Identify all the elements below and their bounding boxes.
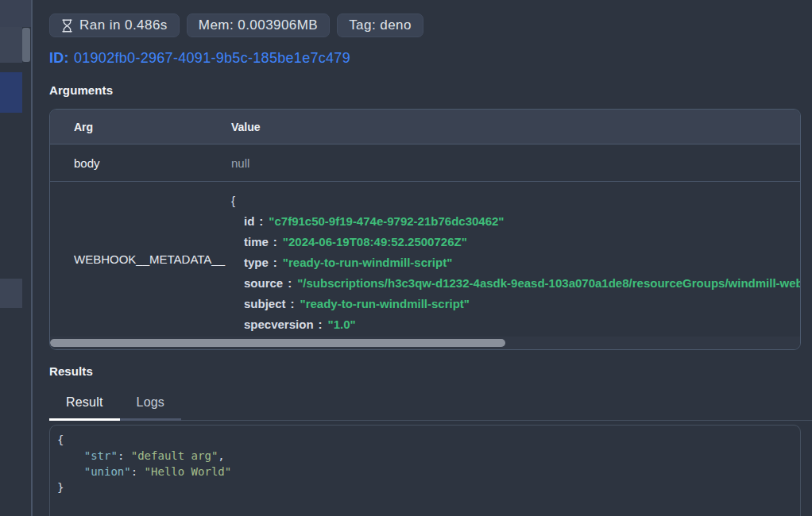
arg-column-header: Arg: [50, 121, 231, 133]
object-value[interactable]: ready-to-run-windmill-script: [283, 256, 452, 269]
sidebar-run-item-3[interactable]: [0, 279, 22, 308]
run-id-value[interactable]: 01902fb0-2967-4091-9b5c-185be1e7c479: [74, 50, 350, 66]
object-value[interactable]: c7f91c50-9f19-474e-9792-21b76dc30462: [269, 214, 504, 228]
colon-separator: :: [259, 214, 263, 228]
arg-name: body: [50, 156, 231, 170]
sidebar-header-block: [0, 0, 31, 27]
object-value[interactable]: /subscriptions/h3c3qw-d1232-4asdk-9easd-…: [297, 276, 800, 290]
colon-separator: :: [291, 297, 295, 310]
json-key-union: union: [84, 465, 131, 478]
colon-separator: :: [288, 276, 292, 290]
object-entry-type: type:ready-to-run-windmill-script: [231, 252, 800, 273]
object-key[interactable]: specversion: [244, 318, 314, 331]
memory-badge: Mem: 0.003906MB: [187, 13, 330, 37]
webhook-metadata-object-viewer: { id:c7f91c50-9f19-474e-9792-21b76dc3046…: [231, 182, 800, 335]
object-value[interactable]: 1.0: [328, 318, 356, 331]
result-json-view: { str: default arg, union: Hello World }: [50, 426, 800, 495]
arguments-heading: Arguments: [49, 83, 801, 97]
object-entry-id: id:c7f91c50-9f19-474e-9792-21b76dc30462: [231, 211, 800, 232]
arg-name: WEBHOOK__METADATA__: [50, 252, 231, 266]
object-entry-time: time:2024-06-19T08:49:52.2500726Z: [231, 232, 800, 252]
json-close-brace: }: [57, 481, 64, 494]
tag-badge: Tag: deno: [337, 13, 423, 37]
object-value[interactable]: 2024-06-19T08:49:52.2500726Z: [283, 235, 467, 248]
run-id-label: ID:: [49, 50, 69, 66]
json-value-union: Hello World: [145, 465, 232, 478]
json-indent: [57, 449, 84, 462]
object-key[interactable]: time: [244, 235, 269, 248]
sidebar-run-item-selected[interactable]: [0, 72, 22, 113]
object-entry-subject: subject:ready-to-run-windmill-script: [231, 294, 800, 314]
object-entry-specversion: specversion:1.0: [231, 314, 800, 335]
runs-sidebar: [0, 0, 32, 516]
tab-result[interactable]: Result: [49, 387, 120, 421]
arguments-table-header: Arg Value: [50, 110, 800, 144]
object-key[interactable]: subject: [244, 297, 286, 310]
table-row-body: body null: [50, 144, 800, 182]
duration-badge: Ran in 0.486s: [49, 13, 180, 37]
hourglass-icon: [61, 19, 73, 33]
object-open-brace: {: [231, 191, 800, 211]
json-key-str: str: [84, 449, 118, 462]
results-heading: Results: [49, 364, 801, 378]
memory-badge-label: Mem: 0.003906MB: [199, 17, 318, 33]
run-id-line: ID:01902fb0-2967-4091-9b5c-185be1e7c479: [49, 50, 801, 66]
duration-badge-label: Ran in 0.486s: [79, 17, 168, 33]
json-open-brace: {: [57, 433, 64, 446]
colon-separator: :: [273, 256, 277, 269]
tag-badge-label: Tag: deno: [349, 17, 412, 33]
value-column-header: Value: [231, 121, 800, 133]
run-detail-panel: Ran in 0.486s Mem: 0.003906MB Tag: deno …: [32, 0, 812, 516]
object-key[interactable]: source: [244, 276, 283, 290]
colon-separator: :: [319, 318, 323, 331]
table-row-webhook-metadata: WEBHOOK__METADATA__ { id:c7f91c50-9f19-4…: [50, 182, 800, 337]
arguments-table: Arg Value body null WEBHOOK__METADATA__ …: [49, 109, 801, 350]
object-entry-source: source:/subscriptions/h3c3qw-d1232-4asdk…: [231, 273, 800, 294]
json-comma: ,: [218, 449, 224, 462]
run-stats-badges: Ran in 0.486s Mem: 0.003906MB Tag: deno: [49, 13, 801, 37]
result-tabs: Result Logs: [49, 387, 801, 421]
arg-value-null: null: [231, 156, 800, 170]
tab-logs[interactable]: Logs: [120, 387, 182, 421]
table-horizontal-scrollbar[interactable]: [50, 337, 800, 349]
object-key[interactable]: id: [244, 214, 254, 228]
json-indent: [57, 465, 84, 478]
open-brace: {: [231, 194, 235, 207]
sidebar-scrollbar-thumb[interactable]: [22, 28, 30, 62]
object-key[interactable]: type: [244, 256, 269, 269]
scrollbar-thumb[interactable]: [50, 339, 505, 347]
result-output-box: { str: default arg, union: Hello World }: [49, 425, 801, 516]
colon-separator: :: [273, 235, 277, 248]
sidebar-run-item-1[interactable]: [0, 27, 22, 63]
object-value[interactable]: ready-to-run-windmill-script: [300, 297, 470, 310]
json-value-str: default arg: [131, 449, 218, 462]
